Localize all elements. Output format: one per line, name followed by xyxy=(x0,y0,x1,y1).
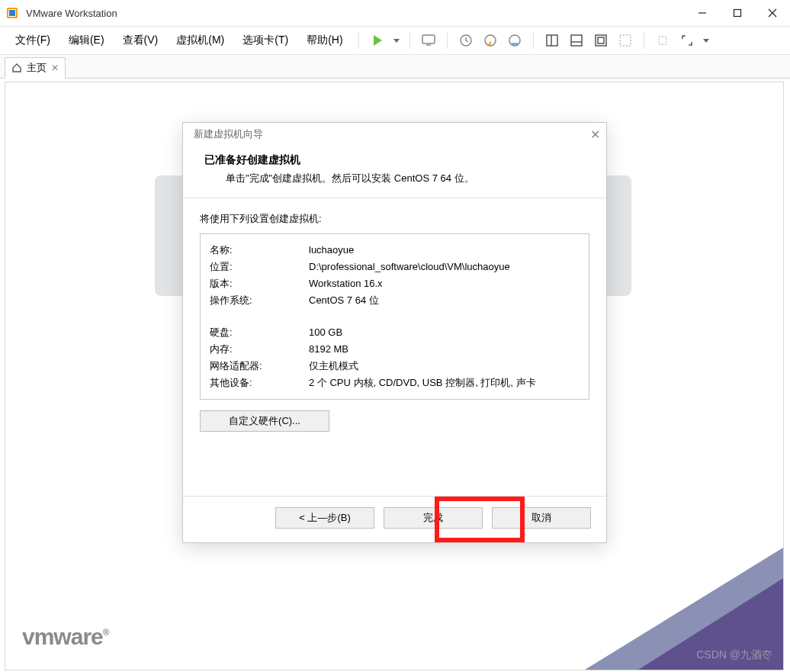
value-name: luchaoyue xyxy=(309,242,580,259)
tabbar: 主页 ✕ xyxy=(0,55,790,79)
dialog-title: 新建虚拟机向导 xyxy=(194,127,263,141)
menu-tabs[interactable]: 选项卡(T) xyxy=(235,31,296,50)
dialog-heading: 已准备好创建虚拟机 xyxy=(204,153,592,167)
tab-home-label: 主页 xyxy=(27,61,47,75)
new-vm-wizard-dialog: 新建虚拟机向导 ✕ 已准备好创建虚拟机 单击"完成"创建虚拟机。然后可以安装 C… xyxy=(182,122,607,543)
value-disk: 100 GB xyxy=(309,324,580,341)
value-memory: 8192 MB xyxy=(309,341,580,358)
view-thumbnail-icon[interactable] xyxy=(566,30,587,51)
label-name: 名称: xyxy=(210,242,309,259)
settings-intro: 将使用下列设置创建虚拟机: xyxy=(200,212,589,226)
dialog-close-icon[interactable]: ✕ xyxy=(590,127,600,142)
menu-help[interactable]: 帮助(H) xyxy=(299,31,350,50)
svg-rect-22 xyxy=(659,37,666,44)
snapshot-manager-icon[interactable] xyxy=(504,30,525,51)
label-os: 操作系统: xyxy=(210,292,309,309)
back-button[interactable]: < 上—步(B) xyxy=(275,507,374,529)
view-single-icon[interactable] xyxy=(541,30,563,51)
label-other: 其他设备: xyxy=(210,375,309,391)
value-other: 2 个 CPU 内核, CD/DVD, USB 控制器, 打印机, 声卡 xyxy=(309,375,580,391)
svg-marker-7 xyxy=(374,35,382,46)
svg-marker-8 xyxy=(393,39,400,43)
value-os: CentOS 7 64 位 xyxy=(309,292,580,309)
svg-rect-19 xyxy=(596,35,606,46)
row-disk: 硬盘: 100 GB xyxy=(210,324,580,341)
window-title: VMware Workstation xyxy=(26,8,685,19)
home-icon xyxy=(11,63,22,73)
toolbar-separator xyxy=(533,32,534,49)
maximize-button[interactable] xyxy=(720,0,755,26)
row-other: 其他设备: 2 个 CPU 内核, CD/DVD, USB 控制器, 打印机, … xyxy=(210,375,580,391)
menu-vm[interactable]: 虚拟机(M) xyxy=(169,31,232,50)
svg-rect-15 xyxy=(547,35,557,46)
titlebar: VMware Workstation xyxy=(0,0,790,27)
power-dropdown[interactable] xyxy=(391,30,402,51)
menu-edit[interactable]: 编辑(E) xyxy=(61,31,112,50)
finish-button[interactable]: 完成 xyxy=(384,507,483,529)
value-network: 仅主机模式 xyxy=(309,358,580,375)
toolbar-separator xyxy=(447,32,448,49)
snapshot-revert-icon[interactable] xyxy=(480,30,501,51)
content-area: 新建虚拟机向导 ✕ 已准备好创建虚拟机 单击"完成"创建虚拟机。然后可以安装 C… xyxy=(5,82,784,670)
row-location: 位置: D:\professional_software\cloud\VM\lu… xyxy=(210,259,580,275)
watermark: CSDN @九酒冭 xyxy=(696,648,772,662)
label-disk: 硬盘: xyxy=(210,324,309,341)
row-version: 版本: Workstation 16.x xyxy=(210,275,580,292)
row-memory: 内存: 8192 MB xyxy=(210,341,580,358)
svg-rect-14 xyxy=(512,43,518,45)
dialog-footer: < 上—步(B) 完成 取消 xyxy=(183,496,606,542)
value-version: Workstation 16.x xyxy=(309,275,580,292)
minimize-button[interactable] xyxy=(685,0,720,26)
svg-marker-23 xyxy=(703,39,709,43)
view-unity-icon[interactable] xyxy=(590,30,612,51)
customize-hardware-button[interactable]: 自定义硬件(C)... xyxy=(200,410,329,432)
label-memory: 内存: xyxy=(210,341,309,358)
row-network: 网络适配器: 仅主机模式 xyxy=(210,358,580,375)
label-location: 位置: xyxy=(210,259,309,275)
toolbar-separator xyxy=(409,32,410,49)
svg-rect-20 xyxy=(598,37,604,43)
svg-rect-2 xyxy=(9,10,15,16)
svg-rect-21 xyxy=(620,35,631,46)
power-on-button[interactable] xyxy=(367,30,388,51)
cancel-button[interactable]: 取消 xyxy=(492,507,591,529)
settings-box: 名称: luchaoyue 位置: D:\professional_softwa… xyxy=(200,233,589,400)
menubar: 文件(F) 编辑(E) 查看(V) 虚拟机(M) 选项卡(T) 帮助(H) xyxy=(0,27,790,55)
svg-rect-4 xyxy=(734,10,741,17)
tab-close-icon[interactable]: ✕ xyxy=(51,63,59,73)
svg-rect-9 xyxy=(422,35,435,43)
row-name: 名称: luchaoyue xyxy=(210,242,580,259)
toolbar-separator xyxy=(358,32,359,49)
row-os: 操作系统: CentOS 7 64 位 xyxy=(210,292,580,309)
tab-home[interactable]: 主页 ✕ xyxy=(5,57,66,79)
value-location: D:\professional_software\cloud\VM\luchao… xyxy=(309,259,580,275)
vmware-logo: vmware® xyxy=(22,624,109,650)
fullscreen-dropdown[interactable] xyxy=(701,30,711,51)
close-button[interactable] xyxy=(755,0,790,26)
view-fullscreen-icon[interactable] xyxy=(615,30,636,51)
menu-view[interactable]: 查看(V) xyxy=(115,31,166,50)
label-network: 网络适配器: xyxy=(210,358,309,375)
svg-rect-17 xyxy=(571,35,582,46)
stretch-guest-icon[interactable] xyxy=(652,30,673,51)
send-to-vm-icon[interactable] xyxy=(418,30,439,51)
toolbar-separator xyxy=(644,32,644,49)
snapshot-icon[interactable] xyxy=(455,30,477,51)
label-version: 版本: xyxy=(210,275,309,292)
vmware-app-icon xyxy=(6,7,18,19)
menu-file[interactable]: 文件(F) xyxy=(8,31,58,50)
enter-fullscreen-icon[interactable] xyxy=(676,30,698,51)
dialog-subtext: 单击"完成"创建虚拟机。然后可以安装 CentOS 7 64 位。 xyxy=(204,172,592,185)
